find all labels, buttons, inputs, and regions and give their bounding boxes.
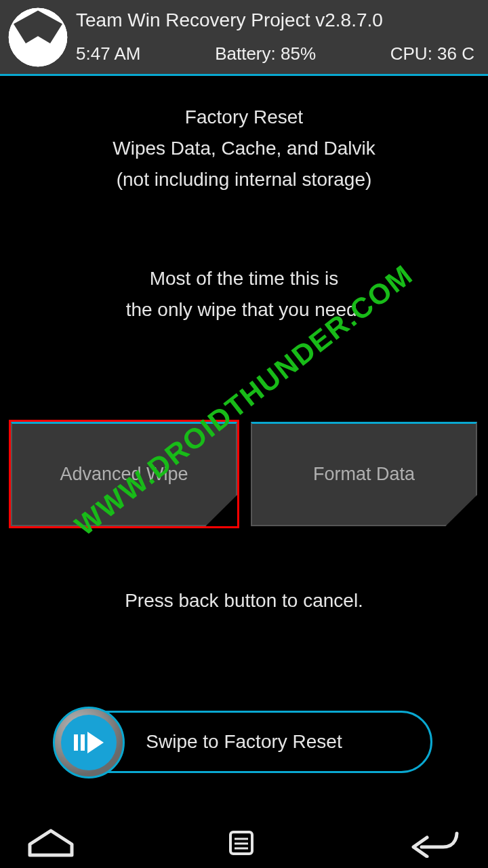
- header-bar: Team Win Recovery Project v2.8.7.0 5:47 …: [0, 0, 488, 76]
- factory-reset-note-1: Most of the time this is: [0, 263, 488, 294]
- svg-rect-3: [81, 734, 85, 751]
- cancel-hint: Press back button to cancel.: [0, 590, 488, 612]
- svg-rect-2: [74, 734, 78, 751]
- swipe-arrow-icon: [61, 715, 117, 770]
- nav-bar: [0, 821, 488, 868]
- status-battery: Battery: 85%: [215, 43, 316, 64]
- swipe-slider-knob[interactable]: [53, 707, 125, 778]
- recents-icon[interactable]: [226, 828, 256, 861]
- back-icon[interactable]: [408, 828, 461, 861]
- home-icon[interactable]: [27, 828, 75, 861]
- status-row: 5:47 AM Battery: 85% CPU: 36 C: [76, 31, 474, 68]
- swipe-slider[interactable]: Swipe to Factory Reset: [56, 707, 432, 777]
- factory-reset-note-2: the only wipe that you need.: [0, 294, 488, 326]
- format-data-button[interactable]: Format Data: [251, 422, 477, 526]
- main-content: Factory Reset Wipes Data, Cache, and Dal…: [0, 76, 488, 326]
- factory-reset-desc-2: (not including internal storage): [0, 164, 488, 195]
- button-row: Advanced Wipe Format Data: [0, 422, 488, 526]
- twrp-logo-icon: [0, 0, 76, 74]
- app-title: Team Win Recovery Project v2.8.7.0: [76, 5, 474, 31]
- status-time: 5:47 AM: [76, 43, 140, 64]
- swipe-slider-label: Swipe to Factory Reset: [146, 731, 342, 753]
- advanced-wipe-button[interactable]: Advanced Wipe: [11, 422, 237, 526]
- factory-reset-title: Factory Reset: [0, 102, 488, 133]
- status-cpu: CPU: 36 C: [390, 43, 474, 64]
- factory-reset-desc-1: Wipes Data, Cache, and Dalvik: [0, 133, 488, 164]
- format-data-label: Format Data: [313, 464, 415, 485]
- advanced-wipe-label: Advanced Wipe: [60, 464, 188, 485]
